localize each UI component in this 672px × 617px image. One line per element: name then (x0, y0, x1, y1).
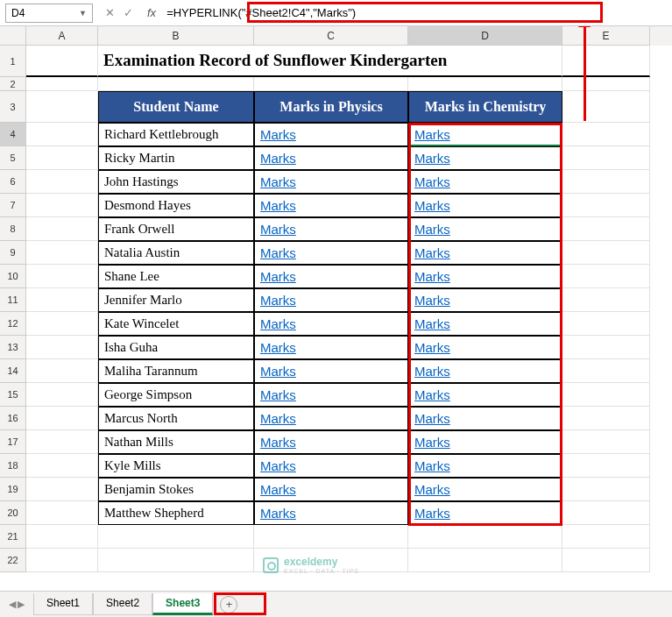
student-name-cell[interactable]: Kate Wincelet (98, 312, 254, 336)
student-name-cell[interactable]: Jennifer Marlo (98, 288, 254, 312)
marks-physics-link[interactable]: Marks (254, 336, 408, 359)
cell-A20[interactable] (26, 501, 98, 525)
tab-sheet2[interactable]: Sheet2 (93, 593, 152, 615)
tab-sheet3[interactable]: Sheet3 (152, 593, 213, 615)
marks-physics-link[interactable]: Marks (254, 288, 408, 312)
cell-A18[interactable] (26, 454, 98, 478)
row-header-3[interactable]: 3 (0, 91, 26, 123)
cell-E2[interactable] (562, 77, 650, 91)
marks-chemistry-link[interactable]: Marks (408, 312, 562, 336)
col-header-A[interactable]: A (26, 26, 98, 46)
cell-B2[interactable] (98, 77, 254, 91)
marks-physics-link[interactable]: Marks (254, 146, 408, 170)
cell-E4[interactable] (562, 123, 650, 146)
col-header-C[interactable]: C (254, 26, 408, 46)
cell-D21[interactable] (408, 525, 562, 549)
student-name-cell[interactable]: Nathan Mills (98, 430, 254, 454)
cell-E9[interactable] (562, 241, 650, 265)
row-header-19[interactable]: 19 (0, 478, 26, 501)
student-name-cell[interactable]: Frank Orwell (98, 217, 254, 241)
cell-A10[interactable] (26, 265, 98, 288)
cell-E3[interactable] (562, 91, 650, 123)
new-sheet-button[interactable]: + (220, 596, 237, 613)
cell-E20[interactable] (562, 501, 650, 525)
marks-physics-link[interactable]: Marks (254, 454, 408, 478)
cell-B21[interactable] (98, 525, 254, 549)
header-marks-chemistry[interactable]: Marks in Chemistry (408, 91, 562, 123)
student-name-cell[interactable]: George Simpson (98, 383, 254, 407)
cell-C21[interactable] (254, 525, 408, 549)
cell-A6[interactable] (26, 170, 98, 194)
cell-A22[interactable] (26, 549, 98, 572)
marks-chemistry-link[interactable]: Marks (408, 383, 562, 407)
cell-A11[interactable] (26, 288, 98, 312)
marks-chemistry-link[interactable]: Marks (408, 478, 562, 501)
marks-chemistry-link[interactable]: Marks (408, 359, 562, 383)
marks-chemistry-link[interactable]: Marks (408, 217, 562, 241)
row-header-2[interactable]: 2 (0, 77, 26, 91)
cell-E10[interactable] (562, 265, 650, 288)
marks-chemistry-link[interactable]: Marks (408, 288, 562, 312)
cell-B22[interactable] (98, 549, 254, 572)
row-header-8[interactable]: 8 (0, 217, 26, 241)
header-student-name[interactable]: Student Name (98, 91, 254, 123)
row-header-16[interactable]: 16 (0, 407, 26, 430)
cell-E13[interactable] (562, 336, 650, 359)
cell-E16[interactable] (562, 407, 650, 430)
row-header-17[interactable]: 17 (0, 430, 26, 454)
fx-icon[interactable]: fx (140, 6, 163, 19)
marks-chemistry-link[interactable]: Marks (408, 407, 562, 430)
row-header-12[interactable]: 12 (0, 312, 26, 336)
cell-A2[interactable] (26, 77, 98, 91)
row-header-6[interactable]: 6 (0, 170, 26, 194)
formula-input[interactable] (163, 4, 672, 23)
marks-chemistry-link[interactable]: Marks (408, 170, 562, 194)
cell-E15[interactable] (562, 383, 650, 407)
cell-A15[interactable] (26, 383, 98, 407)
cell-A4[interactable] (26, 123, 98, 146)
student-name-cell[interactable]: Benjamin Stokes (98, 478, 254, 501)
cell-A9[interactable] (26, 241, 98, 265)
row-header-15[interactable]: 15 (0, 383, 26, 407)
cell-E11[interactable] (562, 288, 650, 312)
student-name-cell[interactable]: Matthew Shepherd (98, 501, 254, 525)
student-name-cell[interactable]: Richard Kettlebrough (98, 123, 254, 146)
marks-chemistry-link[interactable]: Marks (408, 241, 562, 265)
student-name-cell[interactable]: Isha Guha (98, 336, 254, 359)
col-header-B[interactable]: B (98, 26, 254, 46)
cell-A17[interactable] (26, 430, 98, 454)
cell-C2[interactable] (254, 77, 408, 91)
student-name-cell[interactable]: Marcus North (98, 407, 254, 430)
marks-chemistry-link[interactable]: Marks (408, 265, 562, 288)
cell-E6[interactable] (562, 170, 650, 194)
marks-chemistry-link[interactable]: Marks (408, 123, 562, 146)
student-name-cell[interactable]: Desmond Hayes (98, 194, 254, 217)
marks-physics-link[interactable]: Marks (254, 194, 408, 217)
cell-E8[interactable] (562, 217, 650, 241)
grid[interactable]: Examination Record of Sunflower Kinderga… (26, 46, 672, 572)
cell-A3[interactable] (26, 91, 98, 123)
marks-chemistry-link[interactable]: Marks (408, 194, 562, 217)
marks-chemistry-link[interactable]: Marks (408, 146, 562, 170)
row-header-21[interactable]: 21 (0, 525, 26, 549)
cell-E18[interactable] (562, 454, 650, 478)
marks-physics-link[interactable]: Marks (254, 430, 408, 454)
cell-E7[interactable] (562, 194, 650, 217)
cell-E1[interactable] (562, 46, 650, 77)
marks-physics-link[interactable]: Marks (254, 407, 408, 430)
cell-A21[interactable] (26, 525, 98, 549)
cell-A16[interactable] (26, 407, 98, 430)
row-header-18[interactable]: 18 (0, 454, 26, 478)
marks-chemistry-link[interactable]: Marks (408, 336, 562, 359)
cell-E22[interactable] (562, 549, 650, 572)
cell-A7[interactable] (26, 194, 98, 217)
row-header-7[interactable]: 7 (0, 194, 26, 217)
tab-nav-prev-icon[interactable]: ◀ (9, 599, 16, 610)
tab-nav-next-icon[interactable]: ▶ (18, 599, 25, 610)
col-header-D[interactable]: D (408, 26, 562, 46)
row-header-5[interactable]: 5 (0, 146, 26, 170)
cell-A8[interactable] (26, 217, 98, 241)
cell-A1[interactable] (26, 46, 98, 77)
marks-physics-link[interactable]: Marks (254, 359, 408, 383)
marks-physics-link[interactable]: Marks (254, 170, 408, 194)
